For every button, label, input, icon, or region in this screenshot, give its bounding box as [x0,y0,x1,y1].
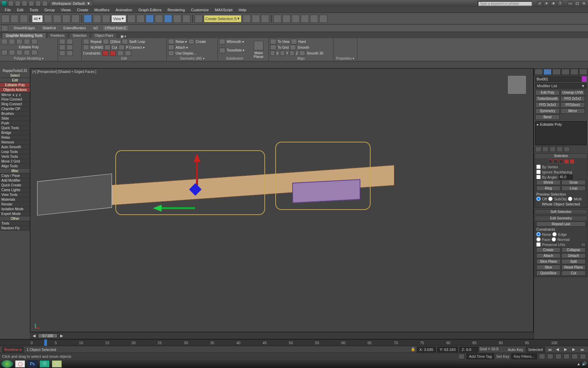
item-render[interactable]: Render [0,202,30,207]
mod-bend[interactable]: Bend [535,114,560,120]
taskbar-app-icon[interactable]: C [52,360,62,368]
menu-customize[interactable]: Customize [188,7,211,12]
item-push[interactable]: Push [0,121,30,126]
undo-icon[interactable] [1,15,10,23]
btn-grow[interactable]: Grow [561,180,586,185]
custom-tool-icon[interactable] [1,25,8,31]
item-chamfer-op[interactable]: Chamfer OP [0,107,30,111]
chk-by-vertex[interactable] [536,165,541,169]
menu-edit[interactable]: Edit [14,7,26,12]
tab-object-paint[interactable]: Object Paint [91,33,117,38]
item-isolation-mode[interactable]: Isolation Mode [0,207,30,212]
tab-graphite[interactable]: Graphite Modeling Tools [2,33,46,38]
radio-c-normal[interactable] [552,237,556,242]
panel-foot[interactable]: Polygon Modeling ▾ [1,56,56,60]
cp-tab-motion-icon[interactable] [561,69,570,75]
radio-preview-multi[interactable] [568,197,572,201]
panel-foot[interactable]: Edit [83,56,165,60]
chk-preserve-uvs[interactable] [536,242,541,247]
btn-create[interactable]: Create [536,247,560,252]
start-button[interactable] [1,360,13,368]
rollout-title[interactable]: Selection [535,154,587,158]
cat-edit[interactable]: Edit [0,78,30,83]
viewport-perspective[interactable]: [+] [Perspective] [Shaded + Edged Faces … [30,68,534,332]
pin-stack-icon[interactable] [535,147,541,152]
play-icon[interactable]: ▶ [564,347,570,352]
object-name-field[interactable] [535,76,581,82]
panel-foot[interactable]: Geometry (All) ▾ [168,56,216,60]
coord-z-field[interactable]: Z: 0.0 [459,347,478,352]
mod-ffd222[interactable]: FFD 2x2x2 [560,96,585,102]
to-view-icon[interactable] [270,39,276,44]
favorite-icon[interactable]: ★ [551,1,556,6]
configure-sets-icon[interactable] [564,147,570,152]
item-random-fly[interactable]: Random Fly [0,226,30,231]
window-crossing-icon[interactable] [71,15,80,23]
radio-preview-off[interactable] [536,197,541,201]
menu-maxscript[interactable]: MAXScript [212,7,235,12]
smooth30-icon[interactable] [299,50,305,56]
nav-max-toggle-icon[interactable] [580,354,586,359]
item-expert-mode[interactable]: Expert Mode [0,212,30,216]
ring-spinner-icon[interactable] [67,50,73,56]
help-search-input[interactable] [478,1,532,6]
menu-create[interactable]: Create [74,7,91,12]
cp-tab-display-icon[interactable] [570,69,578,75]
time-slider-thumb[interactable]: 0 / 100 [38,334,58,338]
lock-icon[interactable]: 🔒 [411,347,415,352]
pconnect-icon[interactable] [118,45,125,50]
rollout-title[interactable]: Edit Geometry [535,216,587,220]
render-setup-icon[interactable] [292,15,300,23]
remove-modifier-icon[interactable] [557,147,563,152]
redo-icon[interactable] [11,15,19,23]
btn-loop[interactable]: Loop [561,186,586,191]
close-button[interactable]: ✕ [581,1,587,6]
cp-tab-create-icon[interactable] [535,69,543,75]
taskbar-photoshop-icon[interactable]: Ps [27,360,37,368]
menu-views[interactable]: Views [58,7,74,12]
mod-unwrap[interactable]: Unwrap UVW [560,90,585,95]
item-verts-tools[interactable]: Verts Tools [0,154,30,159]
so-edge-icon[interactable] [554,159,558,164]
make-planar-button[interactable]: Make Planar [250,39,267,60]
ribbon-collapse-icon[interactable]: ▣ ▾ [120,34,126,38]
relax-icon[interactable] [168,39,174,44]
swiftloop-icon[interactable] [122,39,128,44]
prev-frame-icon[interactable]: ◀ [32,334,36,338]
menu-group[interactable]: Group [42,7,58,12]
so-icon[interactable] [9,50,15,55]
item-remove[interactable]: Remove [0,140,30,145]
item-flow-connect[interactable]: Flow Connect [0,97,30,102]
menu-graph-editors[interactable]: Graph Editors [136,7,164,12]
item-slide[interactable]: Slide [0,116,30,121]
nav-zoom-icon[interactable] [547,354,553,359]
constraint-icon[interactable] [110,50,116,56]
menu-tools[interactable]: Tools [27,7,41,12]
btn-slice-plane[interactable]: Slice Plane [536,259,560,264]
teapot-render-icon[interactable] [319,15,327,23]
schematic-view-icon[interactable] [273,15,281,23]
set-key-button[interactable]: Set Key [496,354,509,358]
radio-c-face[interactable] [536,237,541,242]
select-object-icon[interactable] [44,15,52,23]
rendered-frame-icon[interactable] [301,15,309,23]
play-next-icon[interactable]: ▶ [572,347,578,352]
expand-icon[interactable]: ⤢ [537,1,542,6]
cat-select[interactable]: Select [0,73,30,78]
signin-icon[interactable]: ✦ [544,1,549,6]
tool-ts2[interactable]: ts2 [91,26,100,30]
time-tag-icon[interactable] [458,354,464,359]
tool-smooth-edges[interactable]: SmoothEdges [12,26,37,30]
spinner-snap-icon[interactable] [173,15,181,23]
item-auto-smooth[interactable]: Auto Smooth [0,145,30,150]
tool-pivot-from-c[interactable]: t Pivot from C [103,26,128,30]
make-unique-icon[interactable] [550,147,556,152]
nav-fov-icon[interactable] [564,354,570,359]
qat-redo-icon[interactable] [35,1,41,6]
chk-ignore-backfacing[interactable] [536,170,541,174]
link-icon[interactable] [20,15,28,23]
create-icon[interactable] [188,39,194,44]
btn-shrink[interactable]: Shrink [536,180,560,185]
item-bridge[interactable]: Bridge [0,131,30,135]
mirror-icon[interactable] [195,15,203,23]
